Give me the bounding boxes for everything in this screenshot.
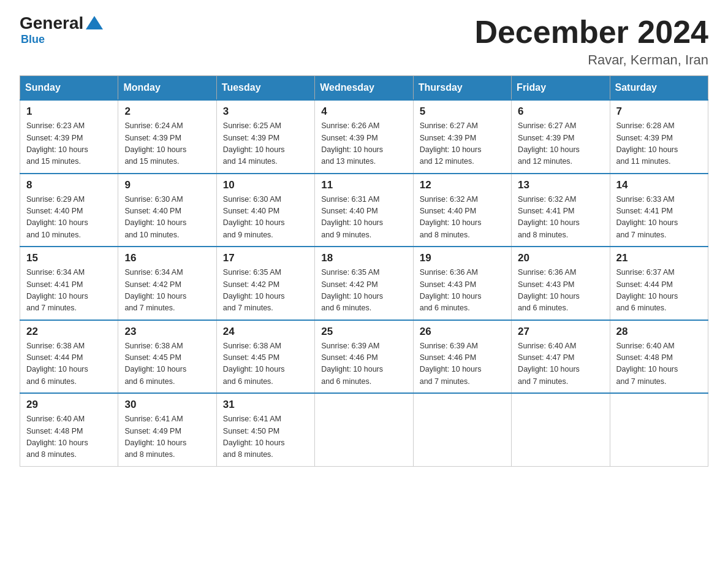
day-info: Sunrise: 6:27 AMSunset: 4:39 PMDaylight:…	[518, 120, 603, 168]
calendar-cell: 26Sunrise: 6:39 AMSunset: 4:46 PMDayligh…	[413, 320, 511, 394]
day-number: 10	[223, 179, 308, 191]
location-subtitle: Ravar, Kerman, Iran	[474, 52, 708, 68]
day-info: Sunrise: 6:34 AMSunset: 4:42 PMDaylight:…	[124, 267, 210, 315]
day-info: Sunrise: 6:38 AMSunset: 4:45 PMDaylight:…	[124, 340, 210, 388]
calendar-cell: 11Sunrise: 6:31 AMSunset: 4:40 PMDayligh…	[315, 174, 413, 247]
calendar-cell: 21Sunrise: 6:37 AMSunset: 4:44 PMDayligh…	[610, 247, 708, 320]
calendar-cell: 1Sunrise: 6:23 AMSunset: 4:39 PMDaylight…	[20, 100, 118, 174]
day-number: 11	[321, 179, 406, 191]
day-header-tuesday: Tuesday	[216, 76, 314, 101]
calendar-cell: 4Sunrise: 6:26 AMSunset: 4:39 PMDaylight…	[315, 100, 413, 174]
calendar-cell: 5Sunrise: 6:27 AMSunset: 4:39 PMDaylight…	[413, 100, 511, 174]
day-info: Sunrise: 6:38 AMSunset: 4:45 PMDaylight:…	[223, 340, 308, 388]
calendar-cell: 25Sunrise: 6:39 AMSunset: 4:46 PMDayligh…	[315, 320, 413, 394]
logo-blue-text: Blue	[21, 33, 45, 46]
calendar-cell: 19Sunrise: 6:36 AMSunset: 4:43 PMDayligh…	[413, 247, 511, 320]
calendar-cell: 2Sunrise: 6:24 AMSunset: 4:39 PMDaylight…	[118, 100, 216, 174]
calendar-cell: 27Sunrise: 6:40 AMSunset: 4:47 PMDayligh…	[512, 320, 610, 394]
calendar-cell: 8Sunrise: 6:29 AMSunset: 4:40 PMDaylight…	[20, 174, 118, 247]
calendar-cell: 14Sunrise: 6:33 AMSunset: 4:41 PMDayligh…	[610, 174, 708, 247]
day-number: 28	[616, 326, 702, 338]
day-number: 3	[223, 105, 308, 118]
calendar-cell: 20Sunrise: 6:36 AMSunset: 4:43 PMDayligh…	[512, 247, 610, 320]
calendar-cell	[512, 393, 610, 466]
day-info: Sunrise: 6:25 AMSunset: 4:39 PMDaylight:…	[223, 120, 308, 168]
logo-triangle-icon	[86, 16, 103, 29]
day-header-wednesday: Wednesday	[315, 76, 413, 101]
calendar-cell: 18Sunrise: 6:35 AMSunset: 4:42 PMDayligh…	[315, 247, 413, 320]
page-header: General Blue December 2024 Ravar, Kerman…	[20, 15, 708, 68]
day-number: 18	[321, 252, 406, 264]
day-number: 6	[518, 105, 603, 118]
day-number: 20	[518, 252, 603, 264]
week-row-2: 8Sunrise: 6:29 AMSunset: 4:40 PMDaylight…	[20, 174, 708, 247]
day-number: 17	[223, 252, 308, 264]
day-number: 12	[420, 179, 505, 191]
calendar-cell: 13Sunrise: 6:32 AMSunset: 4:41 PMDayligh…	[512, 174, 610, 247]
day-header-sunday: Sunday	[20, 76, 118, 101]
day-info: Sunrise: 6:27 AMSunset: 4:39 PMDaylight:…	[420, 120, 505, 168]
day-number: 4	[321, 105, 406, 118]
day-number: 19	[420, 252, 505, 264]
calendar-cell: 3Sunrise: 6:25 AMSunset: 4:39 PMDaylight…	[216, 100, 314, 174]
day-number: 7	[616, 105, 702, 118]
day-info: Sunrise: 6:32 AMSunset: 4:40 PMDaylight:…	[420, 194, 505, 242]
calendar-cell: 6Sunrise: 6:27 AMSunset: 4:39 PMDaylight…	[512, 100, 610, 174]
day-info: Sunrise: 6:24 AMSunset: 4:39 PMDaylight:…	[124, 120, 210, 168]
day-number: 2	[124, 105, 210, 118]
day-number: 31	[223, 399, 308, 411]
day-info: Sunrise: 6:31 AMSunset: 4:40 PMDaylight:…	[321, 194, 406, 242]
calendar-header-row: SundayMondayTuesdayWednesdayThursdayFrid…	[20, 76, 708, 101]
title-block: December 2024 Ravar, Kerman, Iran	[474, 15, 708, 68]
calendar-cell: 10Sunrise: 6:30 AMSunset: 4:40 PMDayligh…	[216, 174, 314, 247]
day-info: Sunrise: 6:39 AMSunset: 4:46 PMDaylight:…	[420, 340, 505, 388]
calendar-cell: 31Sunrise: 6:41 AMSunset: 4:50 PMDayligh…	[216, 393, 314, 466]
calendar-cell: 12Sunrise: 6:32 AMSunset: 4:40 PMDayligh…	[413, 174, 511, 247]
day-header-thursday: Thursday	[413, 76, 511, 101]
day-info: Sunrise: 6:40 AMSunset: 4:47 PMDaylight:…	[518, 340, 603, 388]
calendar-cell: 16Sunrise: 6:34 AMSunset: 4:42 PMDayligh…	[118, 247, 216, 320]
day-header-saturday: Saturday	[610, 76, 708, 101]
logo-general-text: General	[20, 15, 83, 32]
day-info: Sunrise: 6:23 AMSunset: 4:39 PMDaylight:…	[26, 120, 112, 168]
calendar-cell: 7Sunrise: 6:28 AMSunset: 4:39 PMDaylight…	[610, 100, 708, 174]
day-number: 30	[124, 399, 210, 411]
day-number: 23	[124, 326, 210, 338]
day-info: Sunrise: 6:30 AMSunset: 4:40 PMDaylight:…	[124, 194, 210, 242]
week-row-4: 22Sunrise: 6:38 AMSunset: 4:44 PMDayligh…	[20, 320, 708, 394]
logo: General Blue	[20, 15, 103, 46]
calendar-cell: 30Sunrise: 6:41 AMSunset: 4:49 PMDayligh…	[118, 393, 216, 466]
calendar-table: SundayMondayTuesdayWednesdayThursdayFrid…	[20, 75, 708, 467]
day-number: 27	[518, 326, 603, 338]
calendar-cell	[610, 393, 708, 466]
day-info: Sunrise: 6:41 AMSunset: 4:50 PMDaylight:…	[223, 413, 308, 461]
day-info: Sunrise: 6:40 AMSunset: 4:48 PMDaylight:…	[616, 340, 702, 388]
day-info: Sunrise: 6:35 AMSunset: 4:42 PMDaylight:…	[223, 267, 308, 315]
day-info: Sunrise: 6:30 AMSunset: 4:40 PMDaylight:…	[223, 194, 308, 242]
day-info: Sunrise: 6:35 AMSunset: 4:42 PMDaylight:…	[321, 267, 406, 315]
week-row-5: 29Sunrise: 6:40 AMSunset: 4:48 PMDayligh…	[20, 393, 708, 466]
day-header-friday: Friday	[512, 76, 610, 101]
day-info: Sunrise: 6:26 AMSunset: 4:39 PMDaylight:…	[321, 120, 406, 168]
day-number: 8	[26, 179, 112, 191]
calendar-cell	[413, 393, 511, 466]
day-number: 5	[420, 105, 505, 118]
day-number: 9	[124, 179, 210, 191]
day-info: Sunrise: 6:38 AMSunset: 4:44 PMDaylight:…	[26, 340, 112, 388]
day-header-monday: Monday	[118, 76, 216, 101]
day-info: Sunrise: 6:40 AMSunset: 4:48 PMDaylight:…	[26, 413, 112, 461]
day-info: Sunrise: 6:32 AMSunset: 4:41 PMDaylight:…	[518, 194, 603, 242]
week-row-1: 1Sunrise: 6:23 AMSunset: 4:39 PMDaylight…	[20, 100, 708, 174]
day-info: Sunrise: 6:36 AMSunset: 4:43 PMDaylight:…	[518, 267, 603, 315]
week-row-3: 15Sunrise: 6:34 AMSunset: 4:41 PMDayligh…	[20, 247, 708, 320]
day-number: 14	[616, 179, 702, 191]
day-info: Sunrise: 6:39 AMSunset: 4:46 PMDaylight:…	[321, 340, 406, 388]
calendar-cell: 23Sunrise: 6:38 AMSunset: 4:45 PMDayligh…	[118, 320, 216, 394]
calendar-cell: 22Sunrise: 6:38 AMSunset: 4:44 PMDayligh…	[20, 320, 118, 394]
calendar-cell: 9Sunrise: 6:30 AMSunset: 4:40 PMDaylight…	[118, 174, 216, 247]
day-info: Sunrise: 6:33 AMSunset: 4:41 PMDaylight:…	[616, 194, 702, 242]
day-info: Sunrise: 6:36 AMSunset: 4:43 PMDaylight:…	[420, 267, 505, 315]
day-number: 1	[26, 105, 112, 118]
day-number: 21	[616, 252, 702, 264]
calendar-cell: 28Sunrise: 6:40 AMSunset: 4:48 PMDayligh…	[610, 320, 708, 394]
